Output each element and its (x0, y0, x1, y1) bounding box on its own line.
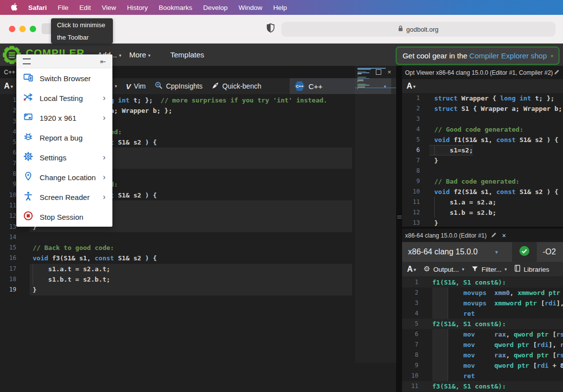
menu-item-report-a-bug[interactable]: Report a bug (16, 128, 112, 147)
privacy-shield-icon[interactable] (266, 23, 275, 35)
menu-item-local-testing[interactable]: Local Testing› (16, 88, 112, 108)
cppinsights-button[interactable]: CppInsights (154, 81, 203, 91)
hamburger-icon[interactable] (23, 58, 31, 64)
code-line: 7 mov qword ptr [rdi], rax (402, 340, 563, 350)
code-text: mov rax, qword ptr [rsi] (432, 329, 563, 340)
menu-item-label: Screen Reader (40, 193, 90, 201)
menubar-item-safari[interactable]: Safari (28, 4, 47, 11)
menu-item-1920-x-961[interactable]: 1920 x 961› (16, 108, 112, 128)
toolbar-tooltip: Click to minimise the Toolbar (51, 18, 113, 44)
line-number: 10 (0, 190, 16, 200)
ad-close-button[interactable]: × (551, 53, 554, 59)
line-number: 5 (0, 137, 16, 147)
stop-icon (23, 211, 33, 223)
line-number: 8 (402, 166, 420, 176)
opt-viewer-titlebar: Opt Viewer x86-64 clang 15.0.0 (Editor #… (402, 66, 563, 79)
libraries-button[interactable]: Libraries (514, 265, 549, 274)
close-compiler-icon[interactable]: × (502, 232, 506, 240)
compiler-titlebar: x86-64 clang 15.0.0 (Editor #1) × (402, 229, 563, 242)
menubar-item-history[interactable]: History (127, 4, 148, 11)
edit-compiler-title-pencil-icon[interactable] (491, 232, 497, 240)
code-text: void f1(S1& s1, const S1& s2 ) { (429, 135, 558, 145)
line-number: 5 (402, 135, 420, 145)
code-line: 13} (402, 218, 563, 227)
splitter-grip[interactable] (397, 216, 402, 218)
vim-icon: V (126, 82, 131, 91)
code-text: f1(S1&, S1 const&): (432, 277, 506, 288)
code-text: f3(S1&, S1 const&): (432, 381, 506, 392)
line-number: 3 (0, 116, 16, 127)
ad-shop-link[interactable]: Compiler Explorer shop (469, 51, 547, 60)
line-number: 13 (402, 218, 420, 227)
edit-title-pencil-icon[interactable] (554, 69, 560, 77)
nav-more-dropdown[interactable]: More ▾ (129, 50, 151, 59)
macos-menubar: SafariFileEditViewHistoryBookmarksDevelo… (0, 0, 563, 15)
line-number: 19 (0, 285, 16, 295)
minimap-bar (358, 81, 358, 82)
menubar-item-window[interactable]: Window (239, 4, 262, 11)
font-size-button[interactable]: A▾ (4, 82, 13, 91)
vim-toggle[interactable]: VVim (126, 82, 146, 91)
code-line: 1f1(S1&, S1 const&): (402, 277, 563, 288)
minimap[interactable] (355, 66, 396, 363)
menu-item-screen-reader[interactable]: Screen Reader› (16, 187, 112, 207)
editor-pane-title: C++ (4, 69, 15, 76)
collapse-left-icon[interactable]: ⇤ (100, 57, 106, 65)
line-number: 5 (402, 319, 418, 329)
address-bar[interactable]: godbolt.org (281, 22, 556, 37)
menubar-item-file[interactable]: File (58, 4, 69, 11)
close-window-button[interactable] (9, 26, 15, 32)
code-text (30, 232, 352, 243)
line-number: 6 (0, 147, 16, 158)
menu-item-label: Settings (40, 153, 66, 162)
asm-font-size-button[interactable]: A▾ (407, 265, 416, 274)
code-line: 11f3(S1&, S1 const&): (402, 381, 563, 392)
opt-viewer-pane: Opt Viewer x86-64 clang 15.0.0 (Editor #… (402, 66, 563, 227)
line-number: 9 (402, 360, 418, 371)
code-line: 2 movups xmm0, xmmword ptr [rsi] (402, 288, 563, 298)
menu-item-settings[interactable]: Settings› (16, 147, 112, 167)
code-line: 1struct Wrapper { long int t; }; (402, 93, 563, 103)
minimize-window-button[interactable] (19, 26, 26, 32)
code-text: } (429, 218, 438, 227)
compiler-title: x86-64 clang 15.0.0 (Editor #1) (405, 232, 487, 239)
menu-item-change-location[interactable]: Change Location› (16, 167, 112, 187)
menu-item-switch-browser[interactable]: Switch Browser (16, 68, 112, 88)
quickbench-button[interactable]: Quick-bench (211, 82, 261, 91)
vertical-splitter[interactable] (396, 66, 402, 392)
compiler-options-input[interactable]: -O2 (543, 242, 556, 262)
line-number: 17 (0, 264, 16, 274)
apple-icon[interactable] (10, 3, 17, 12)
code-text: // Back to good code: (30, 243, 352, 253)
compiler-selector[interactable]: x86-64 clang 15.0.0 (408, 247, 478, 256)
nav-templates[interactable]: Templates (170, 50, 204, 59)
zoom-window-button[interactable] (30, 26, 36, 32)
code-text: ret (432, 371, 475, 381)
code-text: s1=s2; (429, 145, 473, 155)
lock-icon (398, 25, 403, 33)
menu-item-label: Stop Session (40, 213, 83, 221)
filter-dropdown[interactable]: Filter...▾ (471, 265, 507, 274)
code-text: movups xmmword ptr [rdi], xmm0 (432, 298, 563, 308)
menubar-item-develop[interactable]: Develop (203, 4, 228, 11)
code-text: ret (432, 308, 475, 319)
menubar-item-view[interactable]: View (102, 4, 116, 11)
compiler-chevron-down-icon[interactable]: ▾ (495, 249, 498, 255)
code-line: 11 s1.a = s2.a; (402, 197, 563, 207)
screen-reader-icon (23, 191, 33, 203)
ad-text: Get cool gear in the (403, 51, 467, 60)
menu-item-stop-session[interactable]: Stop Session (16, 207, 112, 227)
chevron-right-icon: › (103, 193, 105, 201)
language-name: C++ (308, 82, 322, 91)
output-dropdown[interactable]: Output...▾ (423, 265, 464, 274)
menu-item-label: Change Location (40, 173, 96, 182)
line-number: 8 (0, 169, 16, 179)
settings-icon (23, 151, 33, 163)
menubar-item-bookmarks[interactable]: Bookmarks (159, 4, 193, 11)
opt-viewer-code[interactable]: 1struct Wrapper { long int t; };2struct … (402, 93, 563, 227)
screen: SafariFileEditViewHistoryBookmarksDevelo… (0, 0, 563, 392)
menubar-item-edit[interactable]: Edit (79, 4, 91, 11)
menubar-item-help[interactable]: Help (273, 4, 287, 11)
assembly-output[interactable]: 1f1(S1&, S1 const&):2 movups xmm0, xmmwo… (402, 277, 563, 392)
opt-font-size-button[interactable]: A▾ (407, 82, 415, 91)
